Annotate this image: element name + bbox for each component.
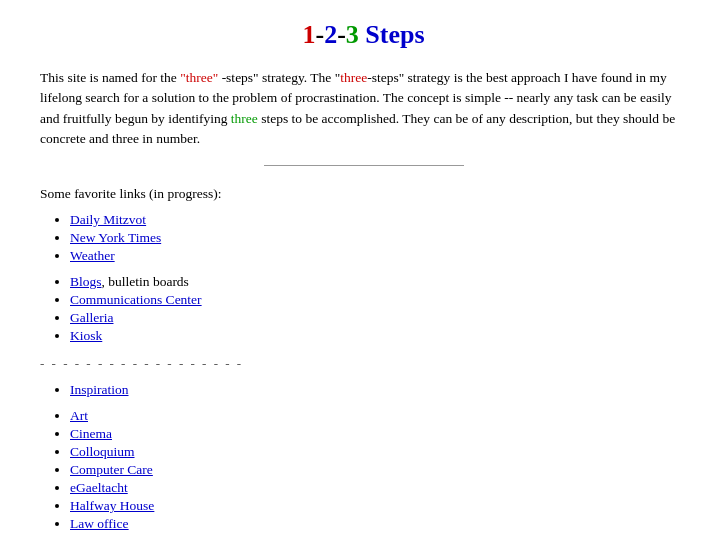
list-item: Law office	[70, 516, 687, 532]
title-num1: 1	[302, 20, 315, 49]
colloquium-link[interactable]: Colloquium	[70, 444, 135, 459]
list-item: Weather	[70, 248, 687, 264]
list-item: Art	[70, 408, 687, 424]
list-item: Communications Center	[70, 292, 687, 308]
link-list-4: Art Cinema Colloquium Computer Care eGae…	[70, 408, 687, 532]
art-link[interactable]: Art	[70, 408, 88, 423]
list-item: New York Times	[70, 230, 687, 246]
intro-three-green: three	[231, 111, 258, 126]
list-item: eGaeltacht	[70, 480, 687, 496]
list-item: Computer Care	[70, 462, 687, 478]
page-title: 1-2-3 Steps	[40, 20, 687, 50]
egaeltacht-link[interactable]: eGaeltacht	[70, 480, 128, 495]
list-item: Colloquium	[70, 444, 687, 460]
nyt-link[interactable]: New York Times	[70, 230, 161, 245]
title-dash1: -	[315, 20, 324, 49]
halfway-house-link[interactable]: Halfway House	[70, 498, 154, 513]
list-item: Galleria	[70, 310, 687, 326]
blogs-text: , bulletin boards	[102, 274, 189, 289]
fav-links-label: Some favorite links (in progress):	[40, 186, 687, 202]
daily-mitzvot-link[interactable]: Daily Mitzvot	[70, 212, 146, 227]
list-item-blogs: Blogs, bulletin boards	[70, 274, 687, 290]
link-list-3: Inspiration	[70, 382, 687, 398]
intro-paragraph: This site is named for the "three" -step…	[40, 68, 687, 149]
inspiration-link[interactable]: Inspiration	[70, 382, 129, 397]
intro-text1: This site is named for the	[40, 70, 180, 85]
title-num2: 2	[324, 20, 337, 49]
title-steps: Steps	[359, 20, 425, 49]
title-num3: 3	[346, 20, 359, 49]
dotted-divider: - - - - - - - - - - - - - - - - - -	[40, 356, 687, 372]
kiosk-link[interactable]: Kiosk	[70, 328, 102, 343]
list-item: Kiosk	[70, 328, 687, 344]
blogs-link[interactable]: Blogs	[70, 274, 102, 289]
title-dash2: -	[337, 20, 346, 49]
list-item: Cinema	[70, 426, 687, 442]
section-divider	[264, 165, 464, 166]
law-office-link[interactable]: Law office	[70, 516, 129, 531]
intro-three-red: three	[340, 70, 367, 85]
link-list-2: Blogs, bulletin boards Communications Ce…	[70, 274, 687, 344]
link-list-1: Daily Mitzvot New York Times Weather	[70, 212, 687, 264]
list-item: Daily Mitzvot	[70, 212, 687, 228]
cinema-link[interactable]: Cinema	[70, 426, 112, 441]
galleria-link[interactable]: Galleria	[70, 310, 113, 325]
computer-care-link[interactable]: Computer Care	[70, 462, 153, 477]
weather-link[interactable]: Weather	[70, 248, 115, 263]
intro-three-quoted: "three"	[180, 70, 218, 85]
communications-center-link[interactable]: Communications Center	[70, 292, 202, 307]
list-item: Inspiration	[70, 382, 687, 398]
list-item: Halfway House	[70, 498, 687, 514]
intro-text2: -steps" strategy. The "	[218, 70, 340, 85]
